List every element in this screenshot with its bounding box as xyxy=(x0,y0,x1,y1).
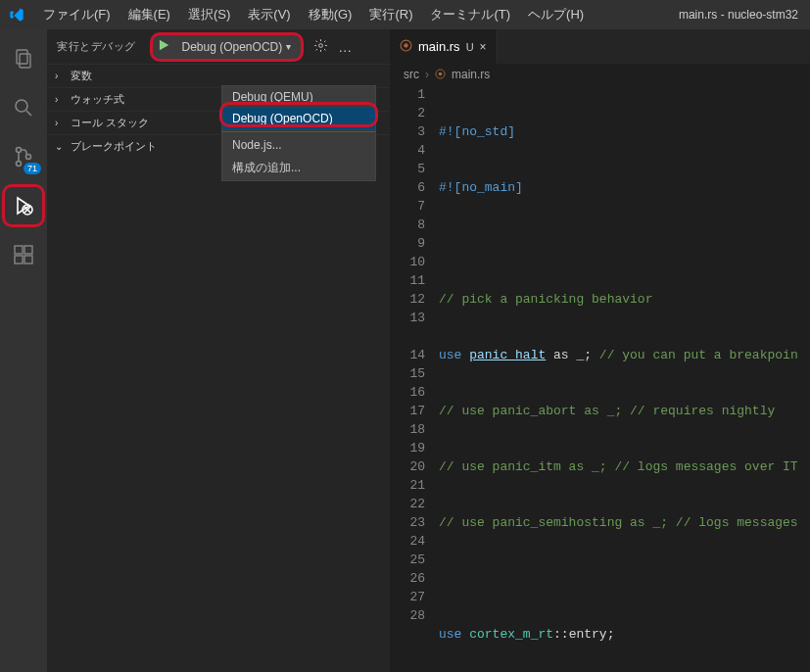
svg-rect-1 xyxy=(20,54,30,68)
activity-explorer[interactable] xyxy=(2,37,45,80)
activity-source-control[interactable]: 71 xyxy=(2,135,45,178)
rust-file-icon xyxy=(435,69,446,81)
svg-point-18 xyxy=(404,43,407,47)
code-lines[interactable]: #![no_std] #![no_main] // pick a panicki… xyxy=(439,85,810,672)
section-label: ブレークポイント xyxy=(71,139,157,154)
chevron-right-icon: › xyxy=(55,94,65,105)
menu-edit[interactable]: 編集(E) xyxy=(120,2,178,27)
code-text xyxy=(439,234,810,253)
code-text: // use panic_abort as _; // requires nig… xyxy=(439,404,775,418)
activity-run-debug[interactable] xyxy=(2,184,45,227)
section-label: コール スタック xyxy=(71,116,149,130)
activity-search[interactable] xyxy=(2,86,45,129)
chevron-right-icon: › xyxy=(55,71,65,81)
dropdown-item-qemu[interactable]: Debug (QEMU) xyxy=(222,86,375,108)
code-text: #![no_std] xyxy=(439,124,515,139)
menu-help[interactable]: ヘルプ(H) xyxy=(520,2,592,27)
svg-rect-12 xyxy=(24,246,32,254)
dropdown-item-openocd[interactable]: Debug (OpenOCD) xyxy=(222,108,375,129)
chevron-down-icon: ▾ xyxy=(286,41,291,52)
more-actions-icon[interactable]: … xyxy=(338,39,352,55)
section-label: 変数 xyxy=(71,69,92,83)
section-label: ウォッチ式 xyxy=(71,92,124,107)
svg-point-4 xyxy=(17,148,22,153)
svg-rect-14 xyxy=(24,256,32,264)
svg-marker-15 xyxy=(159,40,167,51)
line-number-gutter: 1 2 3 4 5 6 7 8 9 10 11 12 13 14 15 16 1… xyxy=(390,85,439,672)
menu-terminal[interactable]: ターミナル(T) xyxy=(422,2,518,27)
menubar: ファイル(F) 編集(E) 選択(S) 表示(V) 移動(G) 実行(R) ター… xyxy=(0,0,810,29)
menu-go[interactable]: 移動(G) xyxy=(301,2,360,27)
code-text xyxy=(439,569,810,588)
menu-selection[interactable]: 選択(S) xyxy=(180,2,238,27)
close-icon[interactable]: × xyxy=(480,40,487,54)
editor-tab-main-rs[interactable]: main.rs U × xyxy=(390,29,498,64)
menu-view[interactable]: 表示(V) xyxy=(240,2,298,27)
window-title: main.rs - nucleo-stm32 xyxy=(679,8,802,22)
code-text: #![no_main] xyxy=(439,180,523,195)
chevron-right-icon: › xyxy=(425,68,429,81)
debug-panel-header: 実行とデバッグ Debug (OpenOCD) ▾ … xyxy=(47,29,390,64)
gear-icon[interactable] xyxy=(313,38,328,56)
breadcrumb-folder[interactable]: src xyxy=(404,68,419,81)
svg-rect-11 xyxy=(15,246,23,254)
scm-badge: 71 xyxy=(24,163,41,174)
debug-config-selector[interactable]: Debug (OpenOCD) ▾ xyxy=(150,32,305,62)
svg-point-5 xyxy=(17,162,22,167)
svg-point-6 xyxy=(26,155,31,160)
tab-modified-badge: U xyxy=(466,41,474,53)
dropdown-item-nodejs[interactable]: Node.js... xyxy=(222,134,375,156)
svg-point-2 xyxy=(16,100,27,112)
activity-bar: 71 xyxy=(0,29,47,672)
debug-panel-title: 実行とデバッグ xyxy=(57,39,136,54)
vscode-logo-icon xyxy=(8,6,25,24)
svg-rect-13 xyxy=(15,256,23,264)
debug-config-dropdown-popup: Debug (QEMU) Debug (OpenOCD) Node.js... … xyxy=(221,85,376,181)
breadcrumb[interactable]: src › main.rs xyxy=(390,64,810,85)
editor-tab-row: main.rs U × xyxy=(390,29,810,64)
chevron-right-icon: › xyxy=(55,118,65,128)
start-debug-icon[interactable] xyxy=(157,38,170,55)
section-variables[interactable]: ›変数 xyxy=(47,64,390,87)
code-text: // use panic_semihosting as _; // logs m… xyxy=(439,515,798,530)
svg-point-16 xyxy=(319,43,323,47)
run-and-debug-panel: 実行とデバッグ Debug (OpenOCD) ▾ … Debug (QEMU)… xyxy=(47,29,390,672)
dropdown-item-addconfig[interactable]: 構成の追加... xyxy=(222,156,375,180)
code-text: // pick a panicking behavior xyxy=(439,292,652,307)
breadcrumb-file[interactable]: main.rs xyxy=(452,68,490,81)
svg-rect-0 xyxy=(17,50,27,64)
code-editor[interactable]: 1 2 3 4 5 6 7 8 9 10 11 12 13 14 15 16 1… xyxy=(390,85,810,672)
tab-filename: main.rs xyxy=(418,39,460,54)
rust-file-icon xyxy=(400,39,412,55)
svg-line-3 xyxy=(26,111,31,116)
debug-config-dropdown[interactable]: Debug (OpenOCD) ▾ xyxy=(176,38,298,56)
chevron-down-icon: ⌄ xyxy=(55,141,65,152)
svg-point-20 xyxy=(439,72,443,75)
code-text: // use panic_itm as _; // logs messages … xyxy=(439,459,798,474)
debug-config-selected-label: Debug (OpenOCD) xyxy=(182,40,283,54)
editor-area: main.rs U × src › main.rs 1 2 3 4 5 6 7 … xyxy=(390,29,810,672)
dropdown-separator xyxy=(222,131,375,132)
activity-extensions[interactable] xyxy=(2,233,45,276)
menu-file[interactable]: ファイル(F) xyxy=(35,2,119,27)
menu-run[interactable]: 実行(R) xyxy=(361,2,420,27)
